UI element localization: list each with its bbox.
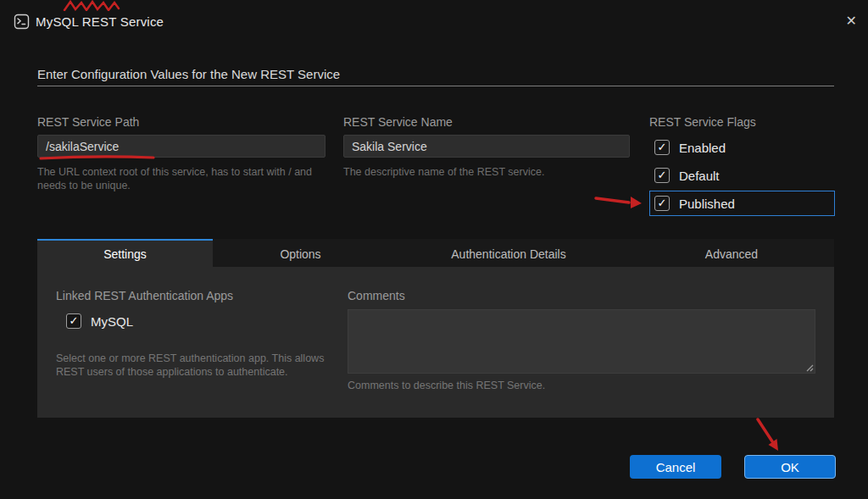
tab-authentication-details[interactable]: Authentication Details	[388, 239, 629, 267]
check-icon[interactable]: ✓	[654, 168, 670, 183]
comments-label: Comments	[348, 289, 815, 302]
service-path-label: REST Service Path	[37, 115, 326, 129]
mysql-rest-service-dialog: MySQL REST Service ✕ Enter Configuration…	[0, 0, 868, 499]
checkbox-published[interactable]: ✓ Published	[649, 191, 835, 216]
checkbox-published-label: Published	[679, 197, 735, 211]
service-name-label: REST Service Name	[343, 115, 630, 129]
service-path-input[interactable]	[37, 135, 326, 158]
terminal-icon	[14, 14, 30, 30]
tab-options[interactable]: Options	[213, 239, 388, 267]
comments-textarea[interactable]	[348, 309, 815, 374]
service-flags-label: REST Service Flags	[649, 115, 835, 129]
check-icon[interactable]: ✓	[66, 313, 81, 329]
comments-help: Comments to describe this REST Service.	[348, 380, 815, 391]
field-service-name: REST Service Name The descriptive name o…	[343, 115, 630, 179]
tab-settings[interactable]: Settings	[37, 239, 213, 267]
heading-divider	[37, 86, 834, 86]
ok-button[interactable]: OK	[744, 455, 836, 479]
config-heading: Enter Configuration Values for the New R…	[37, 67, 340, 81]
field-service-flags: REST Service Flags ✓ Enabled ✓ Default ✓…	[649, 115, 835, 219]
linked-auth-apps-section: Linked REST Authentication Apps ✓ MySQL …	[56, 289, 336, 379]
annotation-scribble	[63, 0, 144, 11]
service-name-help: The descriptive name of the REST service…	[343, 165, 630, 179]
linked-auth-apps-help: Select one or more REST authentication a…	[56, 352, 331, 379]
comments-section: Comments Comments to describe this REST …	[348, 289, 815, 391]
tab-bar: Settings Options Authentication Details …	[37, 239, 834, 267]
service-name-input[interactable]	[343, 135, 630, 158]
annotation-arrow-ok	[749, 417, 793, 456]
tab-advanced[interactable]: Advanced	[629, 239, 834, 267]
check-icon[interactable]: ✓	[654, 140, 670, 155]
checkbox-enabled-label: Enabled	[679, 141, 726, 155]
settings-panel: Linked REST Authentication Apps ✓ MySQL …	[37, 267, 834, 418]
checkbox-mysql-label: MySQL	[91, 314, 133, 329]
cancel-button[interactable]: Cancel	[630, 455, 721, 479]
annotation-arrow-published	[593, 191, 644, 213]
close-icon[interactable]: ✕	[846, 13, 857, 30]
check-icon[interactable]: ✓	[654, 196, 670, 211]
resize-grip-icon[interactable]	[805, 363, 814, 372]
checkbox-mysql[interactable]: ✓ MySQL	[56, 313, 336, 329]
field-service-path: REST Service Path The URL context root o…	[37, 115, 326, 192]
checkbox-enabled[interactable]: ✓ Enabled	[649, 135, 835, 160]
service-path-help: The URL context root of this service, ha…	[37, 165, 326, 192]
dialog-title: MySQL REST Service	[36, 14, 164, 29]
linked-auth-apps-label: Linked REST Authentication Apps	[56, 289, 336, 302]
checkbox-default-label: Default	[679, 169, 720, 183]
checkbox-default[interactable]: ✓ Default	[649, 163, 835, 188]
